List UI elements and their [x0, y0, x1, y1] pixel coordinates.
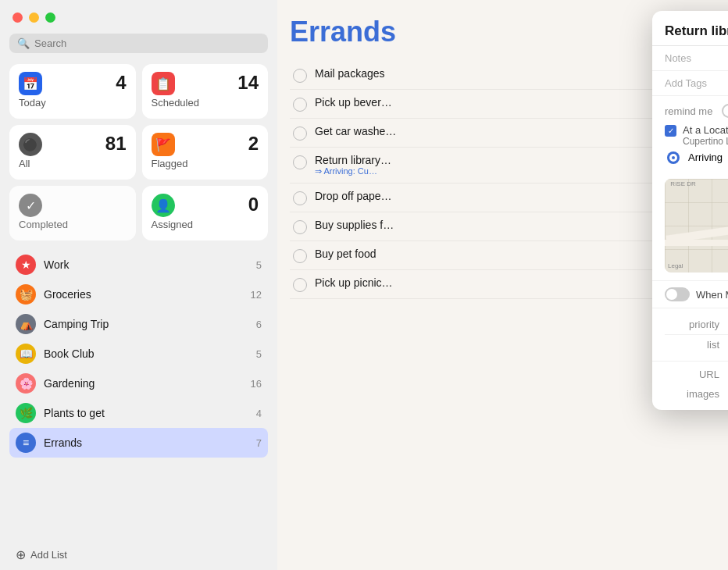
all-label: All [19, 158, 127, 169]
on-a-day-toggle[interactable] [722, 104, 728, 118]
at-location-checkbox[interactable]: ✓ [665, 125, 676, 137]
smart-tile-all[interactable]: ⚫ 81 All [9, 125, 136, 180]
errands-label: Errands [44, 436, 256, 449]
work-label: Work [44, 258, 256, 271]
task-checkbox[interactable] [293, 191, 307, 205]
task-checkbox[interactable] [293, 98, 307, 112]
smart-lists-grid: 📅 4 Today 📋 14 Scheduled ⚫ 81 All 🚩 [9, 64, 268, 240]
scheduled-count: 14 [237, 72, 259, 94]
detail-panel: Return library books 🚩 Notes Add Tags re… [652, 11, 728, 410]
flagged-count: 2 [248, 133, 259, 155]
completed-label: Completed [19, 219, 127, 230]
task-checkbox[interactable] [293, 126, 307, 141]
add-list-label: Add List [30, 549, 67, 561]
priority-row: priority None [665, 315, 728, 334]
reminders-section: remind me On a Day ✓ At a Location Cuper… [652, 96, 728, 179]
road-label-6: RISE DR [670, 180, 695, 187]
task-checkbox[interactable] [293, 155, 307, 169]
url-label: URL [665, 369, 719, 380]
smart-tile-scheduled[interactable]: 📋 14 Scheduled [142, 64, 269, 119]
all-count: 81 [105, 133, 127, 155]
today-label: Today [19, 97, 127, 109]
user-lists: ★ Work 5 🧺 Groceries 12 ⛺ Camping Trip 6… [9, 250, 268, 540]
plants-count: 4 [256, 408, 262, 419]
notes-placeholder: Notes [665, 52, 691, 64]
minimize-button[interactable] [29, 12, 39, 23]
task-checkbox[interactable] [293, 220, 307, 234]
smart-tile-completed[interactable]: ✓ Completed [9, 186, 136, 240]
arriving-label: Arriving [688, 151, 723, 163]
list-item-gardening[interactable]: 🌸 Gardening 16 [9, 369, 268, 398]
fullscreen-button[interactable] [45, 12, 55, 23]
detail-meta: priority None list Errands [652, 308, 728, 361]
notes-field[interactable]: Notes [652, 46, 728, 71]
list-meta-label: list [665, 339, 719, 351]
work-icon: ★ [16, 255, 36, 275]
assigned-icon: 👤 [152, 194, 175, 217]
groceries-icon: 🧺 [16, 284, 36, 305]
bookclub-label: Book Club [44, 347, 256, 360]
groceries-label: Groceries [44, 288, 251, 301]
smart-tile-today[interactable]: 📅 4 Today [9, 64, 136, 119]
camping-icon: ⛺ [16, 314, 36, 334]
messaging-label: When Messaging a Person [696, 289, 728, 301]
at-location-row: ✓ At a Location Cupertino Library [665, 124, 728, 147]
flagged-icon: 🚩 [152, 133, 175, 156]
list-row: list Errands [665, 334, 728, 354]
task-checkbox[interactable] [293, 69, 307, 83]
add-list-icon: ⊕ [16, 547, 26, 562]
list-item-work[interactable]: ★ Work 5 [9, 250, 268, 280]
errands-count: 7 [256, 437, 262, 449]
list-item-groceries[interactable]: 🧺 Groceries 12 [9, 280, 268, 309]
add-list-button[interactable]: ⊕ Add List [9, 540, 268, 570]
plants-icon: 🌿 [16, 403, 36, 423]
remind-me-row: remind me On a Day [665, 104, 728, 118]
bookclub-icon: 📖 [16, 344, 36, 364]
url-row: URL None [665, 365, 728, 384]
detail-header: Return library books 🚩 [652, 11, 728, 46]
map-legal: Legal [668, 262, 683, 269]
search-input[interactable] [34, 37, 260, 49]
completed-icon: ✓ [19, 194, 42, 217]
map-grid [665, 179, 728, 273]
plants-label: Plants to get [44, 407, 256, 419]
messaging-toggle[interactable] [665, 287, 690, 301]
arrive-leave-row: Arriving Leaving [665, 151, 728, 163]
gardening-label: Gardening [44, 377, 251, 390]
smart-tile-assigned[interactable]: 👤 0 Assigned [142, 186, 269, 240]
location-name: Cupertino Library [683, 136, 728, 147]
search-box[interactable]: 🔍 [9, 34, 268, 53]
list-item-camping[interactable]: ⛺ Camping Trip 6 [9, 309, 268, 339]
smart-tile-flagged[interactable]: 🚩 2 Flagged [142, 125, 269, 180]
gardening-icon: 🌸 [16, 373, 36, 394]
camping-count: 6 [256, 319, 262, 330]
work-count: 5 [256, 259, 262, 271]
map-container: RODRIGUES AVE S DE ANZA BLVD PACIFICA DR… [665, 179, 728, 273]
url-images-section: URL None images ⊕ + Add Image… [652, 361, 728, 410]
task-checkbox[interactable] [293, 278, 307, 292]
remind-me-label: remind me [665, 105, 712, 117]
today-count: 4 [116, 72, 126, 94]
list-item-errands[interactable]: ≡ Errands 7 [9, 428, 268, 458]
main-content: Errands 8 + Mail packages Pick up bever…… [277, 0, 728, 570]
tags-field[interactable]: Add Tags [652, 71, 728, 96]
groceries-count: 12 [251, 289, 262, 301]
assigned-count: 0 [248, 194, 259, 216]
detail-title: Return library books [665, 23, 728, 39]
list-item-bookclub[interactable]: 📖 Book Club 5 [9, 339, 268, 369]
page-title: Errands [290, 16, 396, 48]
task-checkbox[interactable] [293, 249, 307, 263]
assigned-label: Assigned [152, 219, 259, 230]
priority-label: priority [665, 319, 719, 330]
road-h2 [665, 240, 728, 246]
today-icon: 📅 [19, 72, 42, 95]
tags-placeholder: Add Tags [665, 77, 707, 89]
bookclub-count: 5 [256, 348, 262, 360]
scheduled-label: Scheduled [152, 97, 259, 109]
close-button[interactable] [12, 12, 23, 23]
at-location-label: At a Location [683, 124, 728, 136]
list-item-plants[interactable]: 🌿 Plants to get 4 [9, 398, 268, 428]
arriving-radio[interactable] [668, 152, 679, 163]
search-icon: 🔍 [17, 37, 30, 49]
messaging-row: When Messaging a Person [652, 280, 728, 308]
